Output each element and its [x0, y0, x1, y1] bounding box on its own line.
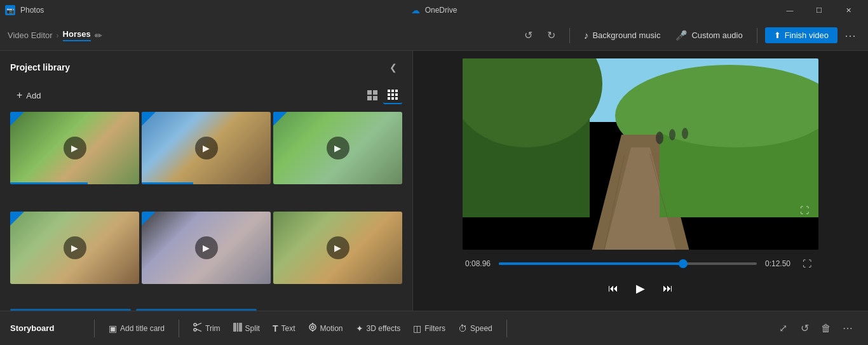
background-music-button[interactable]: ♪ Background music [578, 27, 667, 44]
split-label: Split [245, 324, 260, 333]
current-time-label: 0:08.96 [465, 259, 494, 268]
text-label: Text [281, 324, 295, 333]
add-icon: + [17, 90, 22, 101]
redo-button[interactable]: ↻ [541, 25, 562, 46]
main-content: Project library ❮ + Add [0, 51, 868, 311]
item-progress-bar [142, 182, 193, 184]
storyboard-more-button[interactable]: ⋯ [837, 318, 858, 339]
progress-row: 0:08.96 0:12.50 ⛶ [465, 255, 816, 273]
title-bar-left: 📷 Photos [5, 5, 44, 15]
app-title: Photos [20, 6, 44, 15]
custom-audio-button[interactable]: 🎤 Custom audio [669, 27, 749, 44]
finish-video-icon: ⬆ [774, 30, 781, 40]
media-item[interactable]: ▶ [10, 112, 139, 184]
3d-effects-button[interactable]: ✦ 3D effects [349, 320, 407, 337]
storyboard-divider-2 [179, 320, 179, 337]
text-icon: T [273, 323, 278, 334]
minimize-button[interactable]: — [775, 0, 804, 20]
filters-button[interactable]: ◫ Filters [407, 320, 452, 337]
media-item[interactable]: ▶ [142, 212, 271, 284]
onedrive-icon: ☁ [411, 5, 420, 15]
svg-rect-8 [391, 93, 394, 96]
edit-title-icon[interactable]: ✏ [95, 30, 102, 41]
next-frame-button[interactable]: ⏭ [658, 278, 678, 299]
media-item[interactable]: ▶ [10, 212, 139, 284]
previous-frame-button[interactable]: ⏮ [603, 278, 623, 299]
fullscreen-button[interactable]: ⛶ [796, 201, 813, 219]
svg-point-25 [669, 129, 675, 140]
delete-button[interactable]: 🗑 [816, 318, 836, 339]
grid-small-view-button[interactable] [383, 86, 402, 104]
motion-icon [308, 323, 317, 334]
progress-thumb[interactable] [679, 259, 688, 268]
3d-effects-icon: ✦ [356, 323, 363, 334]
storyboard-actions-right: ⤢ ↺ 🗑 ⋯ [773, 318, 858, 339]
item-progress-bar [10, 182, 88, 184]
svg-line-29 [196, 323, 201, 326]
svg-point-27 [194, 323, 196, 326]
play-pause-button[interactable]: ▶ [628, 276, 653, 301]
item-corner-marker [10, 212, 24, 226]
total-time-label: 0:12.50 [762, 259, 790, 268]
add-media-button[interactable]: + Add [10, 87, 47, 104]
svg-rect-6 [395, 90, 398, 92]
title-bar: 📷 Photos ☁ OneDrive — ☐ ✕ [0, 0, 868, 20]
svg-point-35 [311, 326, 314, 328]
svg-rect-31 [233, 323, 236, 332]
left-panel: Project library ❮ + Add [0, 51, 413, 311]
split-button[interactable]: Split [227, 320, 266, 337]
svg-rect-5 [391, 90, 394, 92]
toolbar-left: Video Editor › Horses ✏ [8, 29, 513, 41]
undo-button[interactable]: ↺ [519, 25, 539, 46]
trim-icon [193, 323, 202, 334]
more-options-button[interactable]: ⋯ [840, 25, 860, 46]
resize-clip-button[interactable]: ⤢ [773, 318, 793, 339]
text-button[interactable]: T Text [266, 320, 302, 337]
progress-bar[interactable] [499, 262, 757, 265]
svg-rect-12 [395, 97, 398, 100]
play-button[interactable]: ▶ [327, 137, 349, 159]
item-corner-marker [142, 112, 156, 126]
motion-button[interactable]: Motion [302, 320, 349, 337]
play-button[interactable]: ▶ [64, 236, 86, 259]
background-music-label: Background music [592, 30, 660, 40]
library-toolbar: + Add [0, 84, 412, 109]
media-item[interactable]: ▶ [142, 112, 271, 184]
storyboard-divider-1 [94, 320, 95, 337]
svg-rect-9 [395, 93, 398, 96]
play-button[interactable]: ▶ [64, 137, 86, 159]
expand-button[interactable]: ⛶ [798, 255, 816, 273]
collapse-panel-button[interactable]: ❮ [384, 58, 402, 76]
trim-button[interactable]: Trim [187, 320, 227, 337]
svg-line-30 [196, 329, 201, 332]
play-button[interactable]: ▶ [195, 236, 218, 259]
svg-rect-32 [239, 323, 242, 332]
storyboard-bar: Storyboard ▣ Add title card Trim Split [0, 311, 868, 345]
add-title-card-icon: ▣ [109, 323, 117, 334]
maximize-button[interactable]: ☐ [804, 0, 834, 20]
svg-rect-3 [373, 96, 377, 100]
close-button[interactable]: ✕ [834, 0, 863, 20]
media-item[interactable]: ▶ [273, 212, 402, 284]
filters-label: Filters [424, 324, 445, 333]
svg-point-28 [194, 328, 196, 331]
mic-icon: 🎤 [675, 30, 688, 41]
item-corner-marker [273, 112, 287, 126]
svg-rect-0 [367, 90, 372, 95]
app-icon: 📷 [5, 5, 15, 15]
title-bar-controls: — ☐ ✕ [775, 0, 863, 20]
video-frame [463, 58, 818, 250]
grid-large-view-button[interactable] [363, 86, 382, 104]
rewind-button[interactable]: ↺ [794, 318, 815, 339]
thumbnail-scroll-bars [10, 309, 400, 311]
add-title-card-button[interactable]: ▣ Add title card [102, 320, 171, 337]
media-item[interactable]: ▶ [273, 112, 402, 184]
breadcrumb-current[interactable]: Horses [63, 29, 91, 41]
finish-video-button[interactable]: ⬆ Finish video [765, 27, 837, 43]
play-button[interactable]: ▶ [327, 236, 349, 259]
onedrive-label: OneDrive [425, 6, 458, 15]
speed-button[interactable]: ⏱ Speed [452, 320, 499, 337]
play-button[interactable]: ▶ [195, 137, 218, 159]
breadcrumb-parent[interactable]: Video Editor [8, 30, 53, 40]
svg-rect-11 [391, 97, 394, 100]
